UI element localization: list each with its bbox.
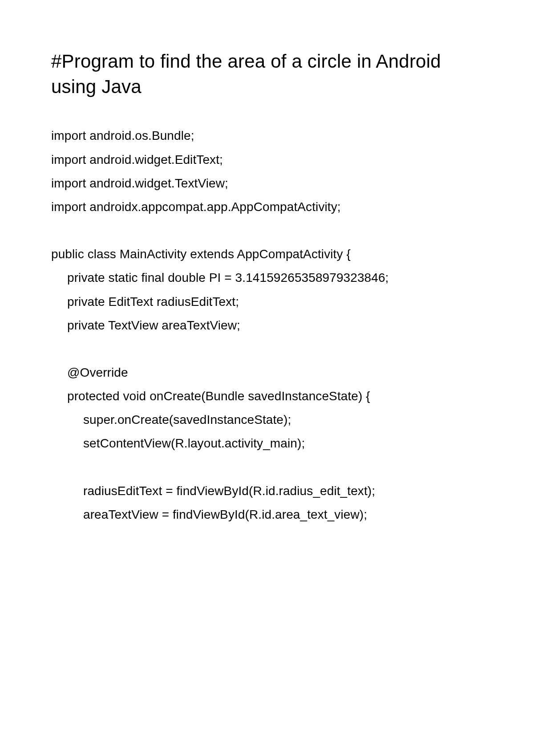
code-block: import android.os.Bundle;import android.… <box>51 124 483 526</box>
code-line: import android.widget.EditText; <box>51 148 483 171</box>
code-line: private TextView areaTextView; <box>51 313 483 337</box>
code-line: private static final double PI = 3.14159… <box>51 266 483 289</box>
code-blank-line <box>51 337 483 361</box>
code-line: private EditText radiusEditText; <box>51 290 483 313</box>
code-line: setContentView(R.layout.activity_main); <box>51 431 483 455</box>
document-title: #Program to find the area of a circle in… <box>51 49 483 99</box>
code-blank-line <box>51 219 483 242</box>
code-line: import android.widget.TextView; <box>51 171 483 195</box>
code-line: @Override <box>51 361 483 384</box>
code-line: areaTextView = findViewById(R.id.area_te… <box>51 503 483 526</box>
code-blank-line <box>51 455 483 479</box>
code-line: public class MainActivity extends AppCom… <box>51 242 483 266</box>
code-line: protected void onCreate(Bundle savedInst… <box>51 384 483 408</box>
code-line: import androidx.appcompat.app.AppCompatA… <box>51 195 483 219</box>
code-line: import android.os.Bundle; <box>51 124 483 147</box>
code-line: radiusEditText = findViewById(R.id.radiu… <box>51 479 483 503</box>
code-line: super.onCreate(savedInstanceState); <box>51 408 483 431</box>
